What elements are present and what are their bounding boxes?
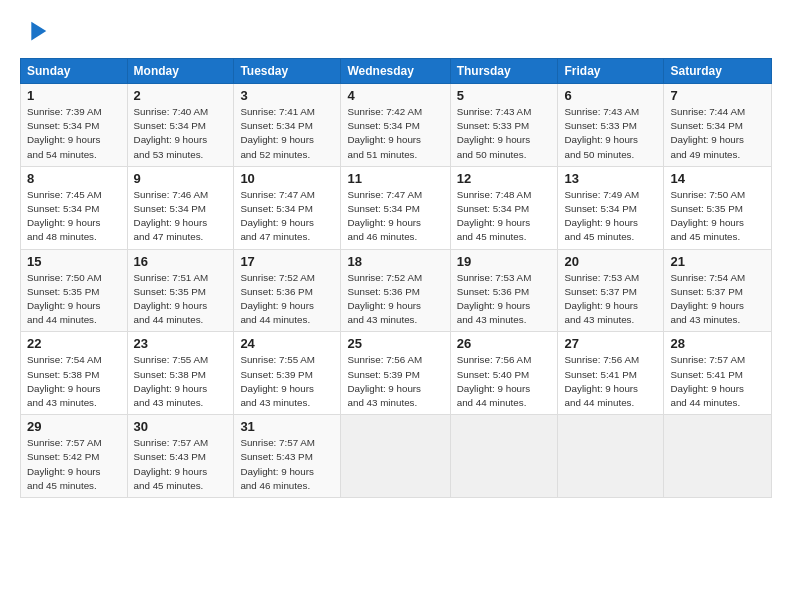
day-number: 20 [564, 254, 657, 269]
day-info: Sunrise: 7:47 AM Sunset: 5:34 PM Dayligh… [347, 189, 422, 243]
day-cell: 1Sunrise: 7:39 AM Sunset: 5:34 PM Daylig… [21, 84, 128, 167]
day-number: 21 [670, 254, 765, 269]
day-cell: 12Sunrise: 7:48 AM Sunset: 5:34 PM Dayli… [450, 166, 558, 249]
week-row: 29Sunrise: 7:57 AM Sunset: 5:42 PM Dayli… [21, 415, 772, 498]
day-info: Sunrise: 7:40 AM Sunset: 5:34 PM Dayligh… [134, 106, 209, 160]
day-number: 17 [240, 254, 334, 269]
logo [20, 18, 50, 46]
day-cell [664, 415, 772, 498]
page: SundayMondayTuesdayWednesdayThursdayFrid… [0, 0, 792, 508]
day-info: Sunrise: 7:57 AM Sunset: 5:42 PM Dayligh… [27, 437, 102, 491]
day-number: 19 [457, 254, 552, 269]
day-info: Sunrise: 7:39 AM Sunset: 5:34 PM Dayligh… [27, 106, 102, 160]
day-number: 5 [457, 88, 552, 103]
day-number: 29 [27, 419, 121, 434]
day-cell: 29Sunrise: 7:57 AM Sunset: 5:42 PM Dayli… [21, 415, 128, 498]
day-info: Sunrise: 7:53 AM Sunset: 5:37 PM Dayligh… [564, 272, 639, 326]
day-cell: 5Sunrise: 7:43 AM Sunset: 5:33 PM Daylig… [450, 84, 558, 167]
day-number: 30 [134, 419, 228, 434]
day-number: 31 [240, 419, 334, 434]
header [20, 18, 772, 46]
col-header-wednesday: Wednesday [341, 59, 450, 84]
svg-marker-0 [31, 22, 46, 41]
day-info: Sunrise: 7:50 AM Sunset: 5:35 PM Dayligh… [27, 272, 102, 326]
day-cell: 10Sunrise: 7:47 AM Sunset: 5:34 PM Dayli… [234, 166, 341, 249]
day-info: Sunrise: 7:47 AM Sunset: 5:34 PM Dayligh… [240, 189, 315, 243]
day-cell: 30Sunrise: 7:57 AM Sunset: 5:43 PM Dayli… [127, 415, 234, 498]
day-info: Sunrise: 7:41 AM Sunset: 5:34 PM Dayligh… [240, 106, 315, 160]
day-cell: 27Sunrise: 7:56 AM Sunset: 5:41 PM Dayli… [558, 332, 664, 415]
day-cell: 19Sunrise: 7:53 AM Sunset: 5:36 PM Dayli… [450, 249, 558, 332]
day-cell: 13Sunrise: 7:49 AM Sunset: 5:34 PM Dayli… [558, 166, 664, 249]
header-row: SundayMondayTuesdayWednesdayThursdayFrid… [21, 59, 772, 84]
day-number: 12 [457, 171, 552, 186]
day-cell: 23Sunrise: 7:55 AM Sunset: 5:38 PM Dayli… [127, 332, 234, 415]
week-row: 1Sunrise: 7:39 AM Sunset: 5:34 PM Daylig… [21, 84, 772, 167]
day-cell: 16Sunrise: 7:51 AM Sunset: 5:35 PM Dayli… [127, 249, 234, 332]
day-info: Sunrise: 7:56 AM Sunset: 5:41 PM Dayligh… [564, 354, 639, 408]
day-cell: 2Sunrise: 7:40 AM Sunset: 5:34 PM Daylig… [127, 84, 234, 167]
calendar-table: SundayMondayTuesdayWednesdayThursdayFrid… [20, 58, 772, 498]
day-cell: 17Sunrise: 7:52 AM Sunset: 5:36 PM Dayli… [234, 249, 341, 332]
day-info: Sunrise: 7:56 AM Sunset: 5:39 PM Dayligh… [347, 354, 422, 408]
day-cell: 4Sunrise: 7:42 AM Sunset: 5:34 PM Daylig… [341, 84, 450, 167]
day-cell [558, 415, 664, 498]
day-number: 18 [347, 254, 443, 269]
day-cell: 9Sunrise: 7:46 AM Sunset: 5:34 PM Daylig… [127, 166, 234, 249]
day-info: Sunrise: 7:43 AM Sunset: 5:33 PM Dayligh… [564, 106, 639, 160]
col-header-thursday: Thursday [450, 59, 558, 84]
day-info: Sunrise: 7:43 AM Sunset: 5:33 PM Dayligh… [457, 106, 532, 160]
day-cell: 15Sunrise: 7:50 AM Sunset: 5:35 PM Dayli… [21, 249, 128, 332]
day-cell: 24Sunrise: 7:55 AM Sunset: 5:39 PM Dayli… [234, 332, 341, 415]
day-info: Sunrise: 7:52 AM Sunset: 5:36 PM Dayligh… [347, 272, 422, 326]
day-cell: 8Sunrise: 7:45 AM Sunset: 5:34 PM Daylig… [21, 166, 128, 249]
day-cell: 11Sunrise: 7:47 AM Sunset: 5:34 PM Dayli… [341, 166, 450, 249]
day-info: Sunrise: 7:54 AM Sunset: 5:38 PM Dayligh… [27, 354, 102, 408]
day-info: Sunrise: 7:45 AM Sunset: 5:34 PM Dayligh… [27, 189, 102, 243]
day-info: Sunrise: 7:55 AM Sunset: 5:39 PM Dayligh… [240, 354, 315, 408]
day-number: 9 [134, 171, 228, 186]
day-info: Sunrise: 7:51 AM Sunset: 5:35 PM Dayligh… [134, 272, 209, 326]
day-cell: 3Sunrise: 7:41 AM Sunset: 5:34 PM Daylig… [234, 84, 341, 167]
day-info: Sunrise: 7:57 AM Sunset: 5:43 PM Dayligh… [134, 437, 209, 491]
day-cell: 18Sunrise: 7:52 AM Sunset: 5:36 PM Dayli… [341, 249, 450, 332]
day-number: 1 [27, 88, 121, 103]
day-info: Sunrise: 7:42 AM Sunset: 5:34 PM Dayligh… [347, 106, 422, 160]
day-number: 4 [347, 88, 443, 103]
week-row: 8Sunrise: 7:45 AM Sunset: 5:34 PM Daylig… [21, 166, 772, 249]
col-header-tuesday: Tuesday [234, 59, 341, 84]
day-info: Sunrise: 7:55 AM Sunset: 5:38 PM Dayligh… [134, 354, 209, 408]
day-info: Sunrise: 7:57 AM Sunset: 5:41 PM Dayligh… [670, 354, 745, 408]
day-cell: 26Sunrise: 7:56 AM Sunset: 5:40 PM Dayli… [450, 332, 558, 415]
day-cell: 6Sunrise: 7:43 AM Sunset: 5:33 PM Daylig… [558, 84, 664, 167]
day-number: 3 [240, 88, 334, 103]
day-info: Sunrise: 7:49 AM Sunset: 5:34 PM Dayligh… [564, 189, 639, 243]
day-number: 8 [27, 171, 121, 186]
day-cell [341, 415, 450, 498]
day-cell: 28Sunrise: 7:57 AM Sunset: 5:41 PM Dayli… [664, 332, 772, 415]
day-number: 14 [670, 171, 765, 186]
day-cell: 21Sunrise: 7:54 AM Sunset: 5:37 PM Dayli… [664, 249, 772, 332]
day-cell [450, 415, 558, 498]
day-cell: 22Sunrise: 7:54 AM Sunset: 5:38 PM Dayli… [21, 332, 128, 415]
day-number: 27 [564, 336, 657, 351]
day-cell: 31Sunrise: 7:57 AM Sunset: 5:43 PM Dayli… [234, 415, 341, 498]
col-header-sunday: Sunday [21, 59, 128, 84]
day-info: Sunrise: 7:56 AM Sunset: 5:40 PM Dayligh… [457, 354, 532, 408]
day-number: 23 [134, 336, 228, 351]
day-number: 26 [457, 336, 552, 351]
col-header-monday: Monday [127, 59, 234, 84]
day-number: 25 [347, 336, 443, 351]
day-info: Sunrise: 7:44 AM Sunset: 5:34 PM Dayligh… [670, 106, 745, 160]
day-number: 13 [564, 171, 657, 186]
day-number: 22 [27, 336, 121, 351]
day-number: 24 [240, 336, 334, 351]
day-number: 15 [27, 254, 121, 269]
day-info: Sunrise: 7:54 AM Sunset: 5:37 PM Dayligh… [670, 272, 745, 326]
day-cell: 14Sunrise: 7:50 AM Sunset: 5:35 PM Dayli… [664, 166, 772, 249]
day-number: 6 [564, 88, 657, 103]
col-header-friday: Friday [558, 59, 664, 84]
day-info: Sunrise: 7:50 AM Sunset: 5:35 PM Dayligh… [670, 189, 745, 243]
day-number: 16 [134, 254, 228, 269]
day-info: Sunrise: 7:53 AM Sunset: 5:36 PM Dayligh… [457, 272, 532, 326]
